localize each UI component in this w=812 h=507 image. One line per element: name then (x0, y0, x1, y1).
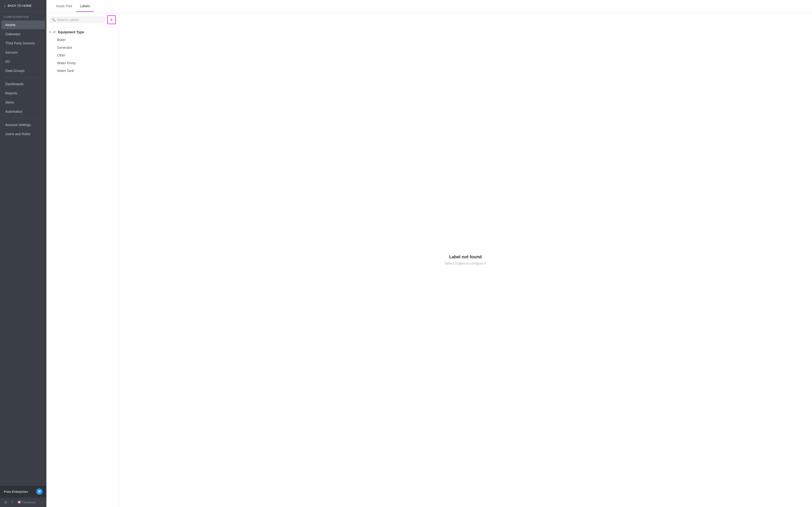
settings-icon[interactable]: ⚙ (4, 500, 7, 505)
add-label-button[interactable]: + (107, 15, 116, 24)
label-item-generator[interactable]: Generator (46, 44, 119, 51)
right-panel: Label not found Select a label to config… (119, 12, 812, 507)
search-icon: 🔍 (52, 18, 56, 22)
label-item-boiler[interactable]: Boiler (46, 36, 119, 44)
sidebar-item-sensors[interactable]: Sensors (1, 48, 45, 57)
sidebar-item-dashboards-label: Dashboards (5, 82, 24, 86)
sidebar-item-io[interactable]: I/O (1, 57, 45, 66)
sidebar-item-gateways-label: Gateways (5, 32, 20, 36)
tab-asset-tree-label: Asset Tree (56, 4, 72, 8)
search-labels-input[interactable] (57, 18, 103, 22)
sidebar-item-automation[interactable]: Automation (1, 107, 45, 116)
sidebar-item-sensors-label: Sensors (5, 50, 18, 54)
label-not-found-subtitle: Select a label to configure it (445, 262, 486, 265)
sidebar-item-data-groups[interactable]: Data Groups (1, 66, 45, 75)
tab-labels-label: Labels (80, 4, 90, 8)
tabs-header: Asset Tree Labels (46, 0, 812, 12)
tag-icon: 🏷 (53, 30, 56, 34)
feedback-icon: 📢 (17, 501, 21, 504)
sidebar-divider-2 (4, 118, 43, 118)
sidebar-item-dashboards[interactable]: Dashboards (1, 80, 45, 89)
sidebar-item-third-party-devices[interactable]: Third Party Devices (1, 39, 45, 48)
back-to-home-button[interactable]: ⌂ BACK TO HOME (0, 0, 46, 12)
configuration-section-label: CONFIGURATION (0, 12, 46, 20)
sidebar-item-dg-label: Data Groups (5, 69, 24, 73)
sidebar-footer: ⚙ ? 📢 Feedback ‹ (0, 498, 46, 507)
feedback-label: Feedback (22, 501, 36, 504)
sidebar-item-account-settings-label: Account Settings (5, 123, 31, 127)
label-item-other[interactable]: Other (46, 51, 119, 59)
label-item-boiler-text: Boiler (57, 38, 66, 42)
org-switcher[interactable]: Pueo Enterprises M (0, 486, 46, 498)
sidebar-item-account-settings[interactable]: Account Settings (1, 120, 45, 129)
labels-panel: 🔍 + ▾ 🏷 Equipment Type Boiler Generator (46, 12, 119, 507)
label-item-water-tank[interactable]: Water Tank (46, 67, 119, 74)
content-area: 🔍 + ▾ 🏷 Equipment Type Boiler Generator (46, 12, 812, 507)
sidebar-item-assets[interactable]: Assets (1, 20, 45, 29)
label-item-generator-text: Generator (57, 46, 72, 50)
sidebar-item-alerts[interactable]: Alerts (1, 98, 45, 107)
labels-search-row: 🔍 + (46, 12, 119, 27)
search-input-wrap: 🔍 (49, 16, 105, 23)
label-item-other-text: Other (57, 53, 65, 57)
sidebar-item-io-label: I/O (5, 60, 10, 63)
tab-labels[interactable]: Labels (76, 1, 94, 12)
sidebar-item-gateways[interactable]: Gateways (1, 30, 45, 38)
sidebar-bottom: Pueo Enterprises M ⚙ ? 📢 Feedback ‹ (0, 485, 46, 507)
label-item-water-pump-text: Water Pump (57, 61, 75, 65)
sidebar-item-automation-label: Automation (5, 110, 22, 113)
home-icon: ⌂ (4, 4, 6, 7)
plus-icon: + (110, 17, 113, 23)
label-group-equipment-type[interactable]: ▾ 🏷 Equipment Type (46, 27, 119, 36)
sidebar-item-users-and-roles[interactable]: Users and Roles (1, 130, 45, 138)
feedback-button[interactable]: 📢 Feedback (17, 501, 36, 504)
main-content: Asset Tree Labels 🔍 + ▾ 🏷 Equipment (46, 0, 812, 507)
label-not-found-title: Label not found (449, 255, 482, 260)
sidebar-item-tpd-label: Third Party Devices (5, 41, 35, 45)
org-name: Pueo Enterprises (4, 490, 28, 494)
sidebar-item-users-label: Users and Roles (5, 132, 31, 136)
sidebar-item-assets-label: Assets (5, 23, 15, 27)
chevron-down-icon: ▾ (49, 31, 51, 34)
sidebar-item-reports[interactable]: Reports (1, 89, 45, 98)
sidebar-item-alerts-label: Alerts (5, 101, 14, 104)
help-icon[interactable]: ? (11, 500, 13, 505)
org-info: Pueo Enterprises (4, 490, 28, 494)
label-item-water-pump[interactable]: Water Pump (46, 59, 119, 67)
sidebar-item-reports-label: Reports (5, 91, 17, 95)
back-to-home-label: BACK TO HOME (8, 4, 32, 7)
sidebar-divider-1 (4, 77, 43, 77)
tab-asset-tree[interactable]: Asset Tree (52, 1, 76, 12)
collapse-sidebar-button[interactable]: ‹ (41, 500, 43, 505)
org-avatar: M (36, 489, 43, 495)
sidebar: ⌂ BACK TO HOME CONFIGURATION Assets Gate… (0, 0, 46, 507)
group-name-equipment-type: Equipment Type (58, 30, 84, 34)
label-item-water-tank-text: Water Tank (57, 69, 74, 73)
